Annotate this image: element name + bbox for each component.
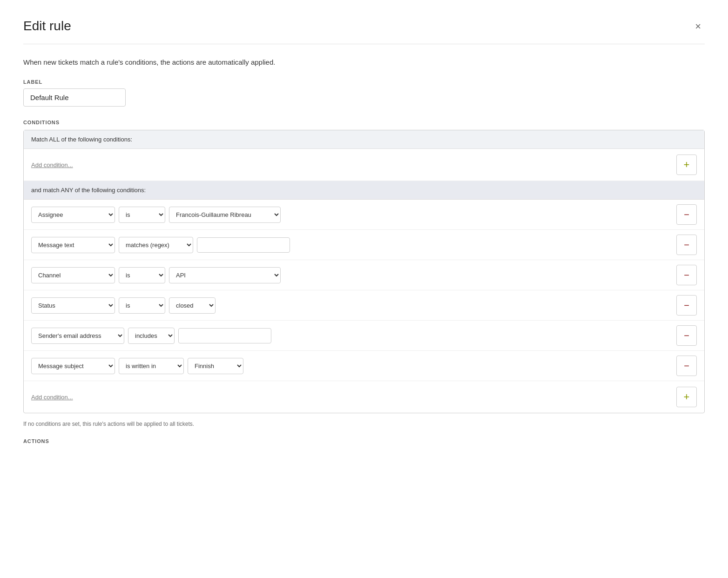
actions-section: ACTIONS — [23, 438, 705, 444]
remove-condition-button-2[interactable]: − — [676, 235, 697, 255]
modal-title: Edit rule — [23, 19, 71, 34]
label-section: LABEL — [23, 79, 705, 120]
add-any-plus-button[interactable]: + — [676, 387, 697, 407]
conditions-footnote: If no conditions are set, this rule's ac… — [23, 421, 705, 427]
condition-field-select-3[interactable]: Channel — [31, 267, 115, 283]
condition-op-select-5[interactable]: includes — [128, 328, 175, 344]
condition-val-select-3[interactable]: API — [169, 267, 281, 283]
description-text: When new tickets match a rule's conditio… — [23, 58, 705, 66]
condition-row: Status is closed − — [24, 290, 704, 321]
remove-condition-button-4[interactable]: − — [676, 295, 697, 316]
condition-row: Message text matches (regex) − — [24, 230, 704, 260]
condition-row: Message subject is written in Finnish − — [24, 351, 704, 381]
conditions-outer: Match ALL of the following conditions: A… — [23, 130, 705, 413]
condition-field-select-4[interactable]: Status — [31, 297, 115, 314]
remove-condition-button-3[interactable]: − — [676, 265, 697, 285]
condition-val-select-4[interactable]: closed — [169, 297, 216, 314]
condition-val-select-1[interactable]: Francois-Guillaume Ribreau — [169, 207, 281, 223]
conditions-section-label: CONDITIONS — [23, 120, 705, 125]
condition-op-select-3[interactable]: is — [119, 267, 165, 283]
condition-op-select-4[interactable]: is — [119, 297, 165, 314]
modal-header: Edit rule × — [23, 19, 705, 44]
condition-field-select-6[interactable]: Message subject — [31, 358, 115, 374]
condition-op-select-6[interactable]: is written in — [119, 358, 184, 374]
all-conditions-header: Match ALL of the following conditions: — [24, 130, 704, 149]
condition-field-select-1[interactable]: Assignee — [31, 207, 115, 223]
add-all-plus-button[interactable]: + — [676, 155, 697, 175]
actions-section-label: ACTIONS — [23, 438, 705, 444]
condition-op-select-2[interactable]: matches (regex) — [119, 237, 193, 253]
label-input[interactable] — [23, 88, 126, 107]
condition-row: Sender's email address includes − — [24, 321, 704, 351]
condition-field-select-5[interactable]: Sender's email address — [31, 328, 124, 344]
edit-rule-modal: Edit rule × When new tickets match a rul… — [0, 0, 728, 578]
add-condition-any-button[interactable]: Add condition... — [31, 394, 73, 401]
conditions-section: CONDITIONS Match ALL of the following co… — [23, 120, 705, 427]
add-condition-all-button[interactable]: Add condition... — [31, 161, 73, 168]
condition-field-select-2[interactable]: Message text — [31, 237, 115, 253]
add-condition-all-row: Add condition... + — [24, 149, 704, 181]
label-field-label: LABEL — [23, 79, 705, 85]
condition-val-input-5[interactable] — [178, 328, 271, 343]
close-button[interactable]: × — [691, 19, 705, 34]
remove-condition-button-5[interactable]: − — [676, 325, 697, 346]
remove-condition-button-6[interactable]: − — [676, 356, 697, 376]
condition-row: Assignee is Francois-Guillaume Ribreau − — [24, 200, 704, 230]
add-condition-any-row: Add condition... + — [24, 381, 704, 413]
condition-val-select-6[interactable]: Finnish — [188, 358, 243, 374]
remove-condition-button-1[interactable]: − — [676, 204, 697, 225]
any-conditions-header: and match ANY of the following condition… — [24, 181, 704, 200]
condition-row: Channel is API − — [24, 260, 704, 290]
condition-val-input-2[interactable] — [197, 237, 290, 253]
condition-op-select-1[interactable]: is — [119, 207, 165, 223]
